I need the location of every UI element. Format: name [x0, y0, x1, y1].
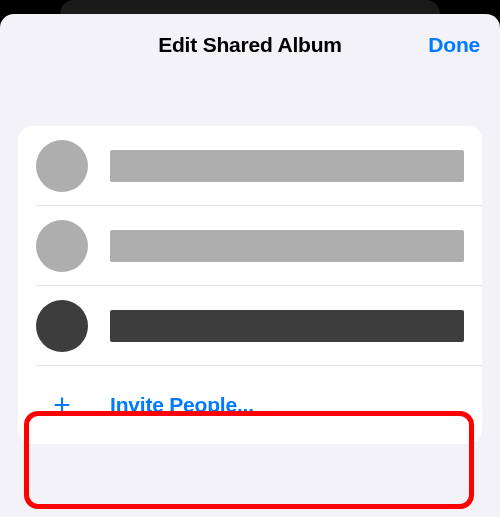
subscriber-name-placeholder — [110, 310, 464, 342]
subscriber-row[interactable] — [18, 286, 482, 366]
avatar — [36, 300, 88, 352]
done-button[interactable]: Done — [428, 33, 480, 57]
invite-people-button[interactable]: + Invite People... — [18, 366, 482, 444]
subscriber-name-placeholder — [110, 230, 464, 262]
subscribers-list: + Invite People... — [18, 126, 482, 444]
page-title: Edit Shared Album — [158, 33, 342, 57]
avatar — [36, 220, 88, 272]
subscriber-name-placeholder — [110, 150, 464, 182]
modal-sheet: Edit Shared Album Done + Invite People..… — [0, 14, 500, 517]
avatar — [36, 140, 88, 192]
plus-icon: + — [36, 390, 88, 420]
invite-people-label: Invite People... — [110, 393, 254, 417]
subscriber-row[interactable] — [18, 206, 482, 286]
nav-bar: Edit Shared Album Done — [0, 14, 500, 76]
subscriber-row[interactable] — [18, 126, 482, 206]
